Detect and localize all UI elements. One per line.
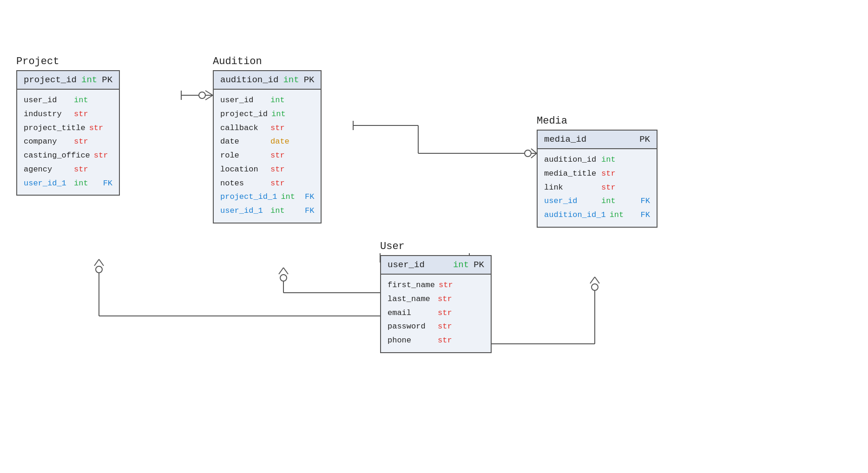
svg-line-4 [205,95,213,100]
col-name-fk: user_id [544,194,598,208]
table-row: industry str [24,107,112,121]
table-row: company str [24,135,112,149]
media-table-label: Media [537,115,658,127]
col-name: date [220,135,267,149]
col-type: str [74,107,88,121]
col-name: notes [220,177,267,191]
col-name: agency [24,163,70,177]
col-badge-fk: FK [305,204,314,218]
col-name: first_name [388,278,435,292]
table-row: phone str [388,334,484,348]
table-row: user_id int [220,93,314,107]
table-row: user_id_1 int FK [24,177,112,191]
col-type: int [610,208,624,222]
project-table: Project project_id int PK user_id int in… [16,56,120,196]
user-pk-name: user_id [388,260,448,270]
col-type: str [94,149,108,163]
col-name: phone [388,334,434,348]
col-badge-fk: FK [641,208,650,222]
col-type: str [270,149,285,163]
col-name: last_name [388,292,434,306]
col-name: callback [220,121,267,135]
svg-line-3 [205,91,213,95]
audition-table-label: Audition [213,56,322,67]
diagram-container: Project project_id int PK user_id int in… [0,0,868,473]
col-name-fk: user_id_1 [24,177,70,191]
col-type: int [601,153,616,167]
col-type: str [438,334,452,348]
col-name: project_title [24,121,85,135]
col-name: user_id [24,93,70,107]
table-row: user_id int [24,93,112,107]
user-table-label: User [380,241,492,252]
col-name: role [220,149,267,163]
col-name: audition_id [544,153,598,167]
table-row: location str [220,163,314,177]
svg-point-13 [525,150,531,157]
col-type: str [89,121,104,135]
svg-point-35 [592,284,598,290]
project-table-body: project_id int PK user_id int industry s… [16,70,120,196]
col-type: int [601,194,616,208]
table-row: audition_id_1 int FK [544,208,650,222]
audition-table-body: audition_id int PK user_id int project_i… [213,70,322,223]
project-pk-badge: PK [102,75,112,85]
col-name: email [388,306,434,320]
col-type: int [74,93,88,107]
project-table-label: Project [16,56,120,67]
audition-pk-badge: PK [304,75,315,85]
project-header-row: project_id int PK [17,71,119,90]
col-type: str [601,181,616,195]
table-row: project_id int [220,107,314,121]
media-header-row: media_id PK [538,131,657,149]
audition-table: Audition audition_id int PK user_id int … [213,56,322,223]
media-pk-name: media_id [544,134,635,145]
svg-line-12 [531,153,537,158]
media-table-body: media_id PK audition_id int media_title … [537,130,658,228]
col-type: str [270,121,285,135]
table-row: link str [544,181,650,195]
svg-line-18 [94,259,99,266]
svg-line-34 [595,277,599,283]
table-row: user_id_1 int FK [220,204,314,218]
svg-point-28 [280,275,287,281]
svg-line-33 [590,277,595,283]
col-type: date [270,135,289,149]
col-type: str [438,306,452,320]
col-name-fk: user_id_1 [220,204,267,218]
col-type: str [438,320,452,334]
table-row: role str [220,149,314,163]
col-type: int [74,177,88,191]
col-type: str [74,163,88,177]
audition-body-rows: user_id int project_id int callback str … [214,90,321,223]
table-row: project_title str [24,121,112,135]
table-row: audition_id int [544,153,650,167]
svg-line-19 [99,259,104,266]
col-type: str [601,167,616,181]
col-type: int [270,93,285,107]
col-badge-fk: FK [641,194,650,208]
table-row: agency str [24,163,112,177]
svg-line-26 [279,268,283,274]
media-body-rows: audition_id int media_title str link str… [538,149,657,227]
project-pk-type: int [81,75,97,85]
col-name-fk: audition_id_1 [544,208,606,222]
table-row: first_name str [388,278,484,292]
col-type: str [270,163,285,177]
user-header-row: user_id int PK [381,256,491,275]
user-body-rows: first_name str last_name str email str p… [381,275,491,352]
col-name: casting_office [24,149,90,163]
col-badge-fk: FK [305,190,314,204]
col-name: media_title [544,167,598,181]
col-name: industry [24,107,70,121]
audition-pk-type: int [283,75,299,85]
project-body-rows: user_id int industry str project_title s… [17,90,119,195]
audition-pk-name: audition_id [220,75,278,85]
svg-point-20 [96,266,102,273]
svg-line-27 [283,268,288,274]
col-name-fk: project_id_1 [220,190,277,204]
table-row: date date [220,135,314,149]
table-row: casting_office str [24,149,112,163]
table-row: email str [388,306,484,320]
col-badge-fk: FK [103,177,112,191]
